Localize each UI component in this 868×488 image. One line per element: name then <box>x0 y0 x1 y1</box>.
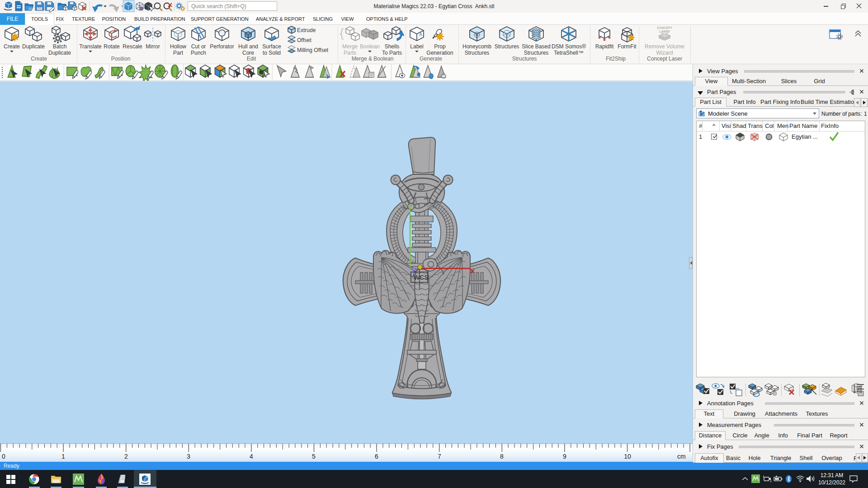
svg-text:8: 8 <box>500 453 504 460</box>
svg-text:10: 10 <box>624 453 631 460</box>
svg-text:cm: cm <box>677 453 686 460</box>
svg-text:4: 4 <box>250 453 253 460</box>
svg-text:5: 5 <box>312 453 316 460</box>
svg-text:7: 7 <box>438 453 441 460</box>
svg-text:9: 9 <box>563 453 566 460</box>
svg-text:0: 0 <box>2 453 5 460</box>
svg-text:2: 2 <box>124 453 128 460</box>
svg-text:1: 1 <box>61 453 65 460</box>
svg-text:6: 6 <box>375 453 378 460</box>
svg-text:WCS: WCS <box>414 274 429 281</box>
svg-text:A: A <box>419 32 423 37</box>
svg-text:3: 3 <box>187 453 190 460</box>
